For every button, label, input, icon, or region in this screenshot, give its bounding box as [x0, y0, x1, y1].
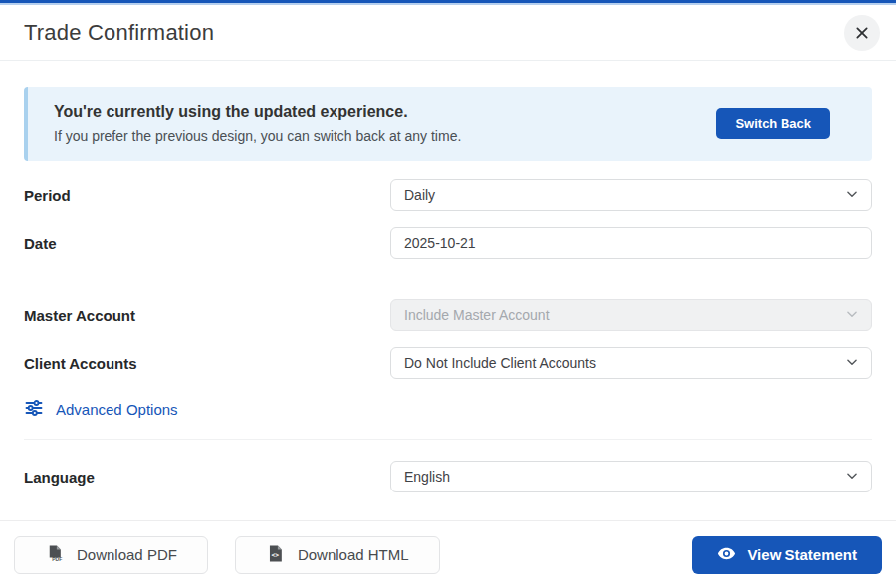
date-input[interactable] [404, 235, 859, 251]
file-code-icon: <> [266, 544, 285, 566]
client-accounts-select[interactable]: Do Not Include Client Accounts [390, 347, 872, 379]
period-select[interactable]: Daily [390, 179, 872, 211]
client-accounts-row: Client Accounts Do Not Include Client Ac… [24, 347, 872, 379]
master-account-row: Master Account Include Master Account [24, 299, 872, 331]
master-account-label: Master Account [24, 307, 390, 324]
switch-back-button[interactable]: Switch Back [716, 108, 830, 139]
banner-text: You're currently using the updated exper… [54, 103, 461, 144]
date-row: Date [24, 227, 872, 259]
master-account-value: Include Master Account [404, 307, 845, 323]
language-select[interactable]: English [390, 461, 872, 492]
view-statement-label: View Statement [747, 546, 857, 563]
advanced-options-link[interactable]: Advanced Options [24, 398, 178, 421]
chevron-down-icon [845, 355, 859, 372]
advanced-options-label: Advanced Options [56, 401, 178, 418]
date-label: Date [24, 235, 390, 252]
modal-footer: PDF Download PDF <> Download HTML View S… [0, 520, 896, 588]
svg-text:PDF: PDF [52, 556, 62, 562]
close-button[interactable] [844, 15, 880, 51]
period-row: Period Daily [24, 179, 872, 211]
banner-title: You're currently using the updated exper… [54, 103, 461, 121]
period-value: Daily [404, 187, 845, 203]
client-accounts-value: Do Not Include Client Accounts [404, 355, 845, 371]
download-pdf-label: Download PDF [77, 546, 177, 563]
close-icon [854, 25, 870, 41]
modal-header: Trade Confirmation [0, 5, 896, 61]
chevron-down-icon [845, 187, 859, 204]
file-pdf-icon: PDF [45, 544, 64, 566]
section-divider [24, 439, 872, 440]
updated-experience-banner: You're currently using the updated exper… [24, 87, 872, 161]
download-html-label: Download HTML [298, 546, 409, 563]
language-row: Language English [24, 461, 872, 492]
language-value: English [404, 469, 845, 485]
download-pdf-button[interactable]: PDF Download PDF [14, 536, 208, 574]
download-html-button[interactable]: <> Download HTML [235, 536, 440, 574]
sliders-icon [24, 398, 44, 421]
chevron-down-icon [845, 307, 859, 324]
period-label: Period [24, 187, 390, 204]
date-field[interactable] [390, 227, 872, 259]
chevron-down-icon [845, 469, 859, 486]
view-statement-button[interactable]: View Statement [692, 536, 882, 574]
form-area: Period Daily Date Master Account Include… [0, 179, 896, 492]
language-label: Language [24, 469, 390, 486]
banner-subtitle: If you prefer the previous design, you c… [54, 128, 461, 144]
page-title: Trade Confirmation [24, 20, 214, 46]
client-accounts-label: Client Accounts [24, 355, 390, 372]
master-account-select: Include Master Account [390, 299, 872, 331]
eye-icon [717, 544, 736, 566]
svg-text:<>: <> [271, 551, 279, 558]
